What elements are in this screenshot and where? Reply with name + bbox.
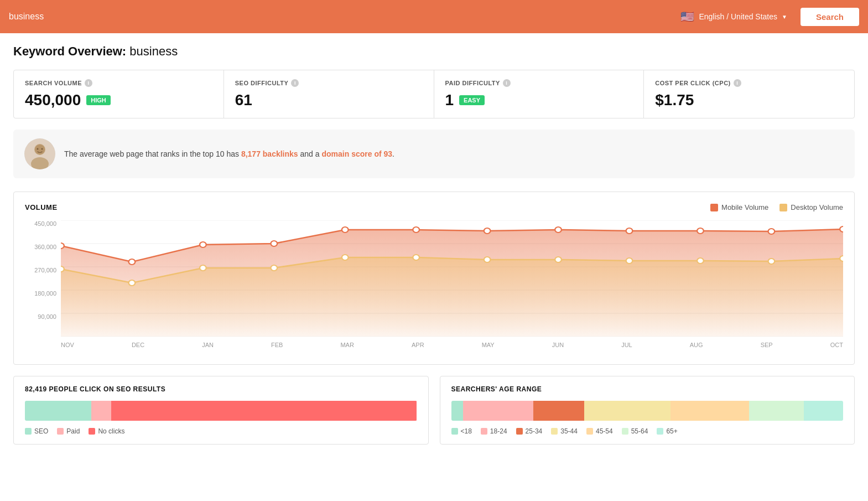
- svg-point-18: [413, 227, 419, 233]
- legend-color-45-54: [586, 428, 593, 435]
- info-icon-search-volume: i: [85, 79, 92, 87]
- svg-point-17: [342, 227, 349, 233]
- svg-point-30: [342, 255, 349, 260]
- chart-svg: [61, 220, 843, 337]
- seo-clicks-card: 82,419 PEOPLE CLICK ON SEO RESULTS SEO P…: [13, 376, 429, 445]
- x-label-may: MAY: [482, 342, 495, 348]
- age-65plus: [804, 401, 843, 421]
- legend-color-55-64: [622, 428, 628, 435]
- svg-point-20: [555, 227, 562, 233]
- legend-color-25-34: [516, 428, 523, 435]
- age-55-64: [749, 401, 804, 421]
- x-label-sep: SEP: [761, 342, 773, 348]
- x-label-mar: MAR: [340, 342, 354, 348]
- legend-label-no-clicks: No clicks: [98, 427, 124, 435]
- metric-card-seo-difficulty: SEO DIFFICULTY i 61: [224, 70, 434, 118]
- badge-high: HIGH: [86, 95, 111, 105]
- metric-card-paid-difficulty: PAID DIFFICULTY i 1 EASY: [434, 70, 644, 118]
- legend-age-under18: <18: [451, 427, 472, 435]
- advisor-avatar: [24, 138, 55, 169]
- age-range-title: SEARCHERS' AGE RANGE: [451, 385, 844, 393]
- x-label-jul: JUL: [621, 342, 632, 348]
- legend-age-25-34: 25-34: [516, 427, 543, 435]
- language-label: English / United States: [699, 12, 777, 21]
- badge-easy: EASY: [459, 95, 485, 105]
- svg-point-15: [200, 242, 206, 247]
- svg-point-4: [37, 148, 39, 150]
- paid-segment: [91, 401, 111, 421]
- metric-card-search-volume: SEARCH VOLUME i 450,000 HIGH: [14, 70, 224, 118]
- svg-point-35: [697, 258, 704, 264]
- svg-point-23: [768, 229, 775, 234]
- chevron-down-icon: ▼: [782, 14, 787, 20]
- x-label-oct: OCT: [830, 342, 843, 348]
- age-45-54: [671, 401, 749, 421]
- advisor-avatar-image: [24, 138, 55, 169]
- chart-section: VOLUME Mobile Volume Desktop Volume 450,…: [13, 192, 855, 365]
- svg-point-21: [626, 228, 633, 234]
- legend-label-under18: <18: [461, 427, 472, 435]
- y-label-4: 90,000: [25, 313, 56, 320]
- svg-point-19: [484, 228, 491, 234]
- advisor-banner: The average web page that ranks in the t…: [13, 130, 855, 178]
- y-label-2: 270,000: [25, 267, 56, 273]
- legend-color-paid: [57, 428, 64, 435]
- legend-label-desktop: Desktop Volume: [791, 203, 843, 211]
- search-button[interactable]: Search: [801, 8, 859, 26]
- legend-color-65plus: [657, 428, 663, 435]
- language-selector[interactable]: 🇺🇸 English / United States ▼: [674, 7, 794, 27]
- seo-clicks-title: 82,419 PEOPLE CLICK ON SEO RESULTS: [25, 385, 417, 393]
- info-icon-cpc: i: [734, 79, 741, 87]
- legend-paid: Paid: [57, 427, 80, 435]
- flag-icon: 🇺🇸: [680, 10, 694, 23]
- legend-label-45-54: 45-54: [596, 427, 613, 435]
- legend-color-mobile: [710, 204, 718, 211]
- legend-color-desktop: [779, 204, 787, 211]
- svg-point-34: [626, 258, 633, 264]
- x-label-jan: JAN: [202, 342, 214, 348]
- y-label-3: 180,000: [25, 290, 56, 297]
- metric-cards: SEARCH VOLUME i 450,000 HIGH SEO DIFFICU…: [13, 70, 855, 118]
- legend-no-clicks: No clicks: [89, 427, 124, 435]
- no-clicks-segment: [111, 401, 417, 421]
- age-25-34: [533, 401, 584, 421]
- x-axis: NOV DEC JAN FEB MAR APR MAY JUN JUL AUG …: [61, 337, 843, 353]
- metric-label-paid-difficulty: PAID DIFFICULTY i: [445, 79, 633, 87]
- svg-point-29: [271, 265, 277, 271]
- age-18-24: [463, 401, 534, 421]
- svg-point-3: [35, 144, 45, 154]
- x-label-aug: AUG: [690, 342, 703, 348]
- info-icon-seo-difficulty: i: [291, 79, 299, 87]
- svg-point-27: [129, 280, 136, 286]
- age-35-44: [584, 401, 671, 421]
- page-content: Keyword Overview: business SEARCH VOLUME…: [0, 33, 868, 456]
- bottom-charts: 82,419 PEOPLE CLICK ON SEO RESULTS SEO P…: [13, 376, 855, 445]
- seo-segment: [25, 401, 91, 421]
- svg-point-37: [840, 256, 843, 261]
- legend-label-paid: Paid: [66, 427, 80, 435]
- legend-label-65plus: 65+: [666, 427, 677, 435]
- metric-label-search-volume: SEARCH VOLUME i: [25, 79, 212, 87]
- age-range-legend: <18 18-24 25-34 35-44 45-54: [451, 427, 844, 435]
- svg-point-13: [61, 243, 64, 249]
- seo-clicks-legend: SEO Paid No clicks: [25, 427, 417, 435]
- legend-age-18-24: 18-24: [481, 427, 507, 435]
- legend-color-18-24: [481, 428, 487, 435]
- svg-point-26: [61, 266, 64, 272]
- legend-seo: SEO: [25, 427, 48, 435]
- header: 🇺🇸 English / United States ▼ Search: [0, 0, 868, 33]
- x-label-nov: NOV: [61, 342, 74, 348]
- metric-value-search-volume: 450,000 HIGH: [25, 91, 212, 109]
- age-range-bar: [451, 401, 844, 421]
- svg-point-31: [413, 255, 419, 260]
- x-label-feb: FEB: [271, 342, 283, 348]
- legend-item-desktop: Desktop Volume: [779, 203, 843, 211]
- chart-header: VOLUME Mobile Volume Desktop Volume: [25, 203, 843, 211]
- advisor-text: The average web page that ranks in the t…: [64, 148, 394, 160]
- legend-color-no-clicks: [89, 428, 95, 435]
- svg-point-28: [200, 265, 206, 271]
- metric-label-cpc: COST PER CLICK (CPC) i: [655, 79, 843, 87]
- legend-color-35-44: [551, 428, 558, 435]
- search-input[interactable]: [9, 12, 667, 22]
- svg-point-24: [840, 226, 843, 232]
